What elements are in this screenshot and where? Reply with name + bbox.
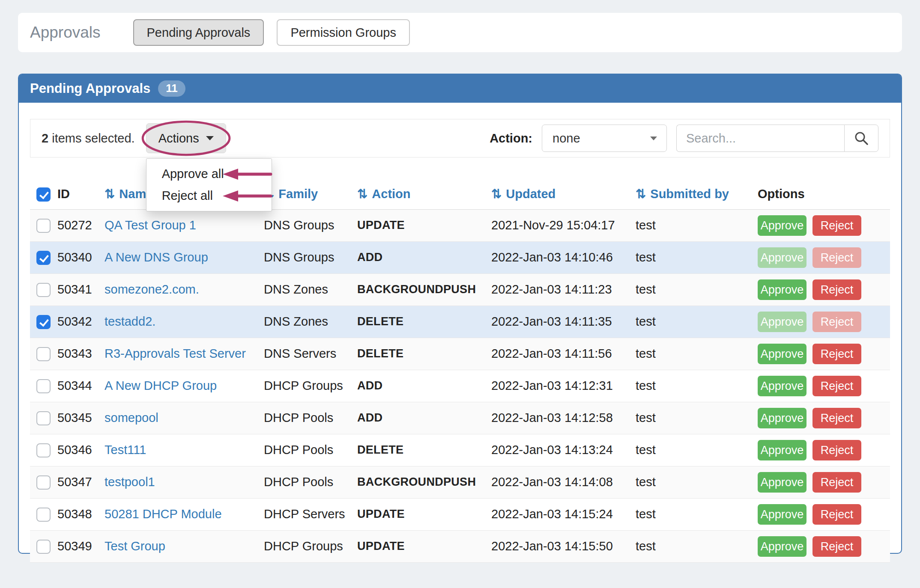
row-family: DNS Servers (264, 338, 357, 370)
menu-item-approve-all[interactable]: Approve all (146, 163, 272, 185)
select-all-checkbox[interactable] (36, 187, 51, 202)
row-family: DHCP Servers (264, 498, 357, 530)
sort-icon: ⇅ (357, 187, 367, 201)
row-checkbox[interactable] (36, 219, 51, 233)
table-row: 50344A New DHCP GroupDHCP GroupsADD2022-… (30, 370, 890, 402)
row-name-link[interactable]: A New DNS Group (105, 250, 208, 264)
sort-icon: ⇅ (491, 187, 502, 201)
action-filter-select[interactable]: none (542, 125, 667, 152)
menu-item-reject-all[interactable]: Reject all (146, 185, 272, 207)
approve-button[interactable]: Approve (758, 472, 806, 493)
column-header-updated[interactable]: ⇅Updated (491, 180, 636, 209)
row-checkbox[interactable] (36, 475, 51, 490)
approve-button[interactable]: Approve (758, 536, 806, 557)
column-header-label: Submitted by (650, 187, 729, 201)
row-name-link[interactable]: A New DHCP Group (105, 379, 217, 392)
panel-title: Pending Approvals (30, 81, 150, 96)
row-checkbox[interactable] (36, 411, 51, 425)
row-checkbox[interactable] (36, 540, 51, 554)
reject-button[interactable]: Reject (812, 279, 861, 300)
row-checkbox[interactable] (36, 508, 51, 522)
column-header-action[interactable]: ⇅Action (357, 180, 491, 209)
row-submitted-by: test (636, 466, 758, 498)
approve-button[interactable]: Approve (758, 215, 806, 236)
row-updated: 2022-Jan-03 14:11:35 (491, 306, 636, 338)
reject-button[interactable]: Reject (812, 215, 861, 236)
row-name-link[interactable]: Test111 (105, 443, 146, 457)
pending-approvals-table: ID ⇅Name ⇅Family ⇅Action ⇅Updated ⇅Submi… (30, 180, 890, 563)
row-options: ApproveReject (758, 273, 890, 306)
row-checkbox[interactable] (36, 347, 51, 361)
row-name-link[interactable]: somezone2.com. (105, 282, 199, 296)
row-submitted-by: test (636, 209, 758, 241)
row-id: 50342 (57, 306, 105, 338)
row-checkbox[interactable] (36, 283, 51, 297)
row-checkbox[interactable] (36, 251, 51, 265)
row-family: DHCP Pools (264, 402, 357, 434)
action-filter-label: Action: (490, 131, 532, 146)
row-options: ApproveReject (758, 402, 890, 434)
row-action: UPDATE (357, 498, 491, 530)
row-updated: 2022-Jan-03 14:10:46 (491, 241, 636, 273)
column-header-id: ID (57, 180, 105, 209)
reject-button[interactable]: Reject (812, 504, 861, 525)
row-name-link[interactable]: testpool1 (105, 475, 155, 489)
row-checkbox[interactable] (36, 315, 51, 329)
row-name-link[interactable]: R3-Approvals Test Server (105, 347, 246, 360)
select-all-cell (30, 180, 57, 209)
table-body: 50272QA Test Group 1DNS GroupsUPDATE2021… (30, 209, 890, 562)
row-name-link[interactable]: testadd2. (105, 315, 155, 328)
column-header-family[interactable]: ⇅Family (264, 180, 357, 209)
column-header-submitted-by[interactable]: ⇅Submitted by (636, 180, 758, 209)
reject-button: Reject (812, 312, 861, 332)
row-options: ApproveReject (758, 530, 890, 562)
row-name-link[interactable]: QA Test Group 1 (105, 218, 196, 232)
approve-button[interactable]: Approve (758, 440, 806, 460)
row-name-cell: testpool1 (105, 466, 264, 498)
row-checkbox[interactable] (36, 443, 51, 457)
approve-button[interactable]: Approve (758, 408, 806, 428)
tab-permission-groups[interactable]: Permission Groups (277, 19, 410, 46)
row-checkbox[interactable] (36, 379, 51, 393)
row-options: ApproveReject (758, 306, 890, 338)
selected-count: 2 (42, 131, 48, 145)
row-name-link[interactable]: Test Group (105, 539, 165, 553)
row-options: ApproveReject (758, 466, 890, 498)
annotation-arrow-icon (222, 167, 273, 181)
row-name-cell: 50281 DHCP Module (105, 498, 264, 530)
row-id: 50347 (57, 466, 105, 498)
row-select-cell (30, 273, 57, 306)
pending-approvals-panel: Pending Approvals 11 2 items selected. A… (18, 74, 902, 554)
selected-items-status: 2 items selected. (42, 131, 135, 146)
row-select-cell (30, 209, 57, 241)
row-updated: 2022-Jan-03 14:12:31 (491, 370, 636, 402)
approve-button[interactable]: Approve (758, 344, 806, 364)
row-updated: 2022-Jan-03 14:14:08 (491, 466, 636, 498)
approve-button[interactable]: Approve (758, 376, 806, 396)
search-input[interactable] (676, 125, 844, 152)
approve-button[interactable]: Approve (758, 279, 806, 300)
reject-button[interactable]: Reject (812, 344, 861, 364)
tab-pending-approvals[interactable]: Pending Approvals (133, 19, 264, 46)
row-submitted-by: test (636, 273, 758, 306)
row-id: 50340 (57, 241, 105, 273)
row-name-link[interactable]: somepool (105, 411, 158, 425)
column-header-label: Updated (506, 187, 556, 201)
reject-button[interactable]: Reject (812, 408, 861, 428)
row-name-link[interactable]: 50281 DHCP Module (105, 507, 222, 521)
row-options: ApproveReject (758, 209, 890, 241)
search-button[interactable] (844, 125, 878, 152)
row-select-cell (30, 306, 57, 338)
row-family: DHCP Groups (264, 370, 357, 402)
reject-button[interactable]: Reject (812, 376, 861, 396)
approve-button[interactable]: Approve (758, 504, 806, 525)
row-submitted-by: test (636, 306, 758, 338)
row-id: 50341 (57, 273, 105, 306)
row-submitted-by: test (636, 338, 758, 370)
reject-button[interactable]: Reject (812, 536, 861, 557)
search-group (676, 125, 878, 152)
row-options: ApproveReject (758, 434, 890, 466)
reject-button[interactable]: Reject (812, 440, 861, 460)
reject-button[interactable]: Reject (812, 472, 861, 493)
actions-button[interactable]: Actions (146, 123, 226, 153)
